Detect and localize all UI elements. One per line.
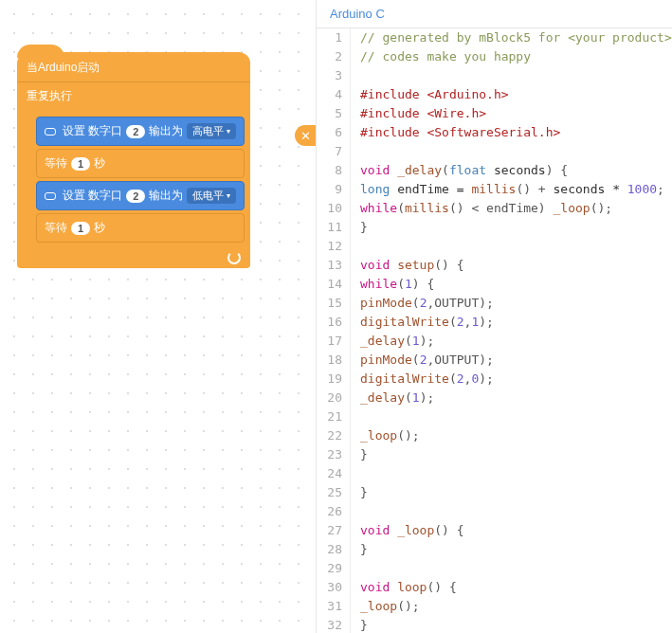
code-line: #include <SoftwareSerial.h>	[360, 123, 672, 142]
code-line: while(1) {	[360, 275, 672, 294]
code-line: #include <Wire.h>	[360, 104, 672, 123]
code-line: void _delay(float seconds) {	[360, 161, 672, 180]
forever-foot	[17, 249, 250, 268]
infinity-icon	[45, 192, 56, 200]
code-line: _loop();	[360, 597, 672, 616]
level-dropdown[interactable]: 高电平	[187, 123, 236, 139]
code-line: _delay(1);	[360, 389, 672, 407]
line-number: 1	[317, 28, 342, 47]
code-line: }	[360, 445, 672, 464]
line-number: 11	[317, 218, 342, 237]
set-digital-output-block-1[interactable]: 设置 数字口 2 输出为 高电平	[36, 117, 245, 146]
forever-label: 重复执行	[27, 89, 72, 102]
code-editor[interactable]: 1234567891011121314151617181920212223242…	[317, 28, 672, 633]
code-line	[360, 407, 672, 426]
line-number: 10	[317, 199, 342, 218]
hat-block-arduino-start[interactable]: 当Arduino启动	[17, 52, 250, 81]
code-line: }	[360, 483, 672, 502]
tab-arduino-c[interactable]: Arduino C	[330, 7, 385, 21]
blocks-workspace[interactable]: 当Arduino启动 重复执行 设置 数字口 2 输出为 高电平 等待 1 秒	[0, 0, 316, 633]
code-line: #include <Arduino.h>	[360, 85, 672, 104]
line-number: 4	[317, 85, 342, 104]
code-line: digitalWrite(2,1);	[360, 313, 672, 332]
code-line: }	[360, 218, 672, 237]
code-line: // generated by mBlock5 for <your produc…	[360, 28, 672, 47]
line-number: 31	[317, 597, 342, 616]
line-number: 17	[317, 332, 342, 351]
block-text: 秒	[94, 155, 105, 172]
code-line	[360, 502, 672, 521]
block-stack[interactable]: 当Arduino启动 重复执行 设置 数字口 2 输出为 高电平 等待 1 秒	[17, 52, 250, 268]
block-text: 等待	[45, 155, 67, 172]
code-line: pinMode(2,OUTPUT);	[360, 351, 672, 370]
line-number: 3	[317, 66, 342, 85]
level-dropdown[interactable]: 低电平	[187, 188, 236, 204]
line-number: 18	[317, 351, 342, 370]
line-number: 29	[317, 559, 342, 578]
line-number: 6	[317, 123, 342, 142]
code-line	[360, 237, 672, 256]
code-lines: // generated by mBlock5 for <your produc…	[351, 28, 672, 633]
line-number: 9	[317, 180, 342, 199]
line-number: 14	[317, 275, 342, 294]
line-number: 15	[317, 294, 342, 313]
code-line: void setup() {	[360, 256, 672, 275]
line-number-gutter: 1234567891011121314151617181920212223242…	[317, 28, 351, 633]
wait-block-2[interactable]: 等待 1 秒	[36, 213, 245, 243]
line-number: 7	[317, 142, 342, 161]
code-line: void _loop() {	[360, 521, 672, 540]
code-line: void loop() {	[360, 578, 672, 597]
line-number: 5	[317, 104, 342, 123]
line-number: 8	[317, 161, 342, 180]
block-text: 等待	[45, 220, 67, 236]
line-number: 27	[317, 521, 342, 540]
set-digital-output-block-2[interactable]: 设置 数字口 2 输出为 低电平	[36, 181, 245, 210]
pin-value[interactable]: 2	[126, 190, 145, 203]
block-text: 设置 数字口	[63, 123, 122, 139]
block-text: 输出为	[149, 188, 183, 204]
line-number: 32	[317, 616, 342, 633]
line-number: 28	[317, 540, 342, 559]
line-number: 26	[317, 502, 342, 521]
wait-value[interactable]: 1	[71, 222, 90, 235]
wait-value[interactable]: 1	[71, 157, 90, 171]
line-number: 24	[317, 464, 342, 483]
code-line	[360, 142, 672, 161]
wait-block-1[interactable]: 等待 1 秒	[36, 149, 245, 178]
forever-header: 重复执行	[17, 81, 250, 110]
pin-value[interactable]: 2	[126, 125, 145, 138]
line-number: 23	[317, 445, 342, 464]
block-text: 设置 数字口	[63, 188, 122, 204]
code-line: }	[360, 540, 672, 559]
forever-block[interactable]: 重复执行 设置 数字口 2 输出为 高电平 等待 1 秒 设置 数字口	[17, 81, 250, 268]
loop-arrow-icon	[227, 251, 241, 264]
code-line: long endTime = millis() + seconds * 1000…	[360, 180, 672, 199]
forever-body: 设置 数字口 2 输出为 高电平 等待 1 秒 设置 数字口 2 输出为 低电平	[30, 110, 250, 249]
code-line	[360, 464, 672, 483]
code-line: pinMode(2,OUTPUT);	[360, 294, 672, 313]
code-line	[360, 66, 672, 85]
code-line: digitalWrite(2,0);	[360, 370, 672, 389]
line-number: 2	[317, 47, 342, 66]
code-line: _loop();	[360, 426, 672, 445]
line-number: 22	[317, 426, 342, 445]
line-number: 30	[317, 578, 342, 597]
line-number: 19	[317, 370, 342, 389]
hat-label: 当Arduino启动	[27, 61, 100, 74]
close-icon: ✕	[300, 129, 311, 143]
code-line: _delay(1);	[360, 332, 672, 351]
block-text: 输出为	[149, 123, 183, 139]
code-line: }	[360, 616, 672, 633]
line-number: 12	[317, 237, 342, 256]
line-number: 25	[317, 483, 342, 502]
block-text: 秒	[94, 220, 105, 236]
code-line: // codes make you happy	[360, 47, 672, 66]
collapse-panel-button[interactable]: ✕	[295, 125, 316, 146]
code-panel: Arduino C 123456789101112131415161718192…	[316, 0, 672, 633]
line-number: 13	[317, 256, 342, 275]
code-line: while(millis() < endTime) _loop();	[360, 199, 672, 218]
line-number: 20	[317, 389, 342, 407]
infinity-icon	[45, 128, 56, 136]
line-number: 21	[317, 407, 342, 426]
tab-bar: Arduino C	[317, 0, 672, 28]
